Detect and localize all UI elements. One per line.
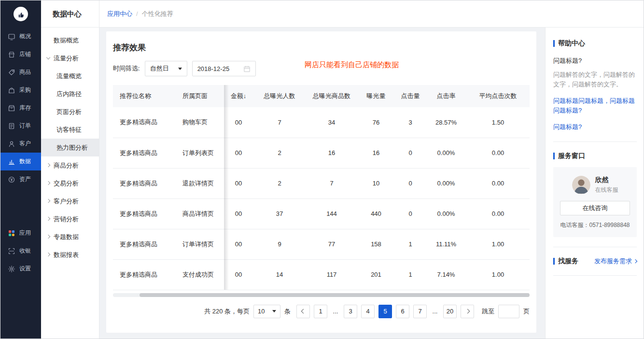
cell-exposed-users: 2 bbox=[253, 168, 306, 198]
submenu-item-data-overview[interactable]: 数据概览 bbox=[41, 31, 99, 49]
cell-exposure: 16 bbox=[357, 138, 395, 168]
chevron-left-icon bbox=[301, 309, 306, 314]
page-button-20[interactable]: 20 bbox=[443, 305, 457, 318]
sidebar-item-apps[interactable]: 应用 bbox=[0, 224, 41, 242]
question-answer: 问题解答的文字，问题解答的文字，问题解答的文字。 bbox=[553, 70, 637, 89]
horizontal-scrollbar-thumb[interactable] bbox=[140, 293, 530, 297]
chevron-right-icon bbox=[633, 259, 637, 263]
app-logo[interactable] bbox=[0, 0, 41, 28]
chevron-right-icon bbox=[46, 163, 50, 167]
submenu-item-label: 流量分析 bbox=[54, 55, 79, 62]
cell-page: 商品详情页 bbox=[176, 198, 224, 229]
breadcrumb-app-center-link[interactable]: 应用中心 bbox=[107, 10, 132, 18]
table-row: 更多精选商品 商品详情页 00 37 144 440 0 0.00% 0.00 bbox=[113, 198, 530, 229]
submenu-group-marketing-analysis[interactable]: 营销分析 bbox=[41, 210, 99, 228]
period-select-value: 自然日 bbox=[150, 64, 169, 73]
submenu-item-page-analysis[interactable]: 页面分析 bbox=[41, 103, 99, 121]
date-picker-input[interactable]: 2018-12-25 bbox=[192, 61, 256, 76]
submenu-group-customer-analysis[interactable]: 客户分析 bbox=[41, 192, 99, 210]
question-link-short[interactable]: 问题标题? bbox=[553, 122, 637, 132]
submenu-group-traffic-analysis[interactable]: 流量分析 bbox=[41, 49, 99, 67]
cell-exposure: 158 bbox=[357, 229, 395, 259]
jump-page-input[interactable] bbox=[498, 305, 519, 318]
page-button-4[interactable]: 4 bbox=[361, 305, 375, 318]
cell-exposed-goods: 77 bbox=[306, 229, 357, 259]
breadcrumb-separator: / bbox=[136, 10, 138, 17]
chevron-right-icon bbox=[46, 253, 50, 256]
help-panel: 帮助中心 问题标题? 问题解答的文字，问题解答的文字，问题解答的文字。 问题标题… bbox=[545, 28, 644, 339]
sidebar-item-data[interactable]: 数据 bbox=[0, 153, 41, 170]
page-button-6[interactable]: 6 bbox=[396, 305, 409, 318]
sidebar-item-label: 数据 bbox=[19, 157, 31, 166]
app-sidebar: 概况 店铺 商品 采购 库存 订单 客户 数据 bbox=[0, 0, 41, 339]
submenu-item-label: 访客特征 bbox=[56, 126, 82, 133]
submenu-item-visitor-traits[interactable]: 访客特征 bbox=[41, 121, 99, 139]
submenu-group-goods-analysis[interactable]: 商品分析 bbox=[41, 156, 99, 174]
horizontal-scrollbar-track[interactable] bbox=[113, 293, 530, 297]
cell-position-name: 更多精选商品 bbox=[113, 229, 176, 259]
agent-avatar bbox=[572, 176, 590, 194]
col-header-amount-sorted[interactable]: 金额↓ bbox=[224, 85, 253, 107]
next-page-button[interactable] bbox=[461, 305, 474, 318]
prev-page-button[interactable] bbox=[296, 305, 310, 318]
data-icon bbox=[8, 158, 15, 166]
sidebar-item-cashier[interactable]: 收银 bbox=[0, 242, 41, 260]
submenu-item-heatmap-analysis[interactable]: 热力图分析 bbox=[41, 139, 99, 156]
sidebar-item-orders[interactable]: 订单 bbox=[0, 117, 41, 135]
pagination: 共 220 条，每页 10 条 1 ... 3 4 5 6 7 ... 20 跳… bbox=[113, 305, 530, 318]
agent-row: 欣然 在线客服 bbox=[560, 176, 630, 194]
submenu-group-trade-analysis[interactable]: 交易分析 bbox=[41, 174, 99, 192]
cell-exposed-users: 7 bbox=[253, 107, 306, 138]
online-consult-button[interactable]: 在线咨询 bbox=[560, 201, 630, 215]
table-row: 更多精选商品 退款详情页 00 2 7 10 0 0.00% 0.00 bbox=[113, 168, 530, 198]
cell-exposed-goods: 34 bbox=[306, 107, 357, 138]
publish-service-request-label: 发布服务需求 bbox=[594, 257, 632, 266]
orders-icon bbox=[8, 122, 15, 130]
cell-amount: 00 bbox=[224, 168, 253, 198]
submenu-item-label: 页面分析 bbox=[56, 108, 82, 115]
page-size-select[interactable]: 10 bbox=[253, 305, 280, 318]
cell-exposed-users: 37 bbox=[253, 198, 306, 229]
cell-exposed-users: 9 bbox=[253, 229, 306, 259]
find-service-title: 找服务 bbox=[558, 257, 578, 266]
col-header-exposed-users: 总曝光人数 bbox=[253, 85, 306, 107]
cell-clicks: 3 bbox=[395, 107, 426, 138]
page-button-5-active[interactable]: 5 bbox=[378, 305, 392, 318]
submenu-group-data-reports[interactable]: 数据报表 bbox=[41, 246, 99, 264]
service-phone: 电话客服：0571-89988848 bbox=[560, 221, 630, 229]
sidebar-item-label: 库存 bbox=[19, 104, 31, 112]
service-window-title: 服务窗口 bbox=[558, 152, 585, 160]
submenu-item-instore-path[interactable]: 店内路径 bbox=[41, 85, 99, 103]
col-header-click-rate: 点击率 bbox=[426, 85, 466, 107]
page-button-1[interactable]: 1 bbox=[314, 305, 327, 318]
submenu-group-topic-data[interactable]: 专题数据 bbox=[41, 228, 99, 246]
sidebar-item-settings[interactable]: 设置 bbox=[0, 260, 41, 278]
shop-icon bbox=[8, 51, 15, 58]
table-row: 更多精选商品 支付成功页 00 14 117 201 1 7.14% 1.00 bbox=[113, 259, 530, 290]
period-select[interactable]: 自然日 bbox=[145, 61, 187, 76]
sidebar-item-assets[interactable]: 资产 bbox=[0, 170, 41, 188]
sidebar-item-overview[interactable]: 概况 bbox=[0, 28, 41, 45]
sidebar-item-customers[interactable]: 客户 bbox=[0, 135, 41, 153]
sidebar-item-inventory[interactable]: 库存 bbox=[0, 99, 41, 117]
cell-position-name: 更多精选商品 bbox=[113, 168, 176, 198]
thumbs-up-icon bbox=[14, 7, 28, 21]
cell-avg-clicks: 0.00 bbox=[466, 138, 530, 168]
cell-exposed-users: 14 bbox=[253, 259, 306, 290]
section-accent-bar bbox=[553, 258, 555, 265]
question-link-long[interactable]: 问题标题问题标题，问题标题问题标题? bbox=[553, 96, 637, 115]
publish-service-request-link[interactable]: 发布服务需求 bbox=[594, 257, 637, 266]
cell-exposed-goods: 7 bbox=[306, 168, 357, 198]
sidebar-item-shop[interactable]: 店铺 bbox=[0, 45, 41, 63]
chevron-right-icon bbox=[46, 181, 50, 185]
sidebar-item-purchase[interactable]: 采购 bbox=[0, 81, 41, 99]
submenu-item-traffic-overview[interactable]: 流量概览 bbox=[41, 67, 99, 85]
page-button-7[interactable]: 7 bbox=[413, 305, 427, 318]
page-button-3[interactable]: 3 bbox=[344, 305, 357, 318]
cell-avg-clicks: 0.00 bbox=[466, 198, 530, 229]
sidebar-item-goods[interactable]: 商品 bbox=[0, 63, 41, 81]
section-accent-bar bbox=[553, 40, 555, 47]
cell-exposure: 76 bbox=[357, 107, 395, 138]
submenu-item-label: 店内路径 bbox=[56, 90, 82, 98]
page-size-unit: 条 bbox=[284, 307, 291, 316]
